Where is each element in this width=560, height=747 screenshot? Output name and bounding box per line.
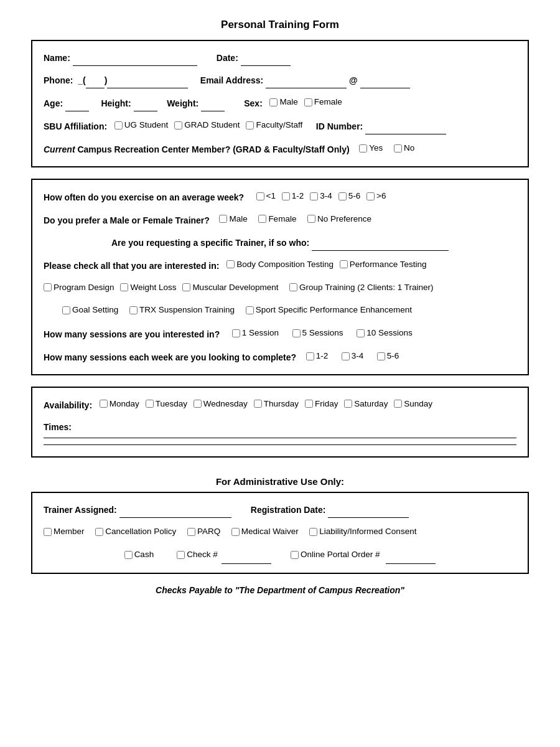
availability-label: Availability: xyxy=(44,400,92,410)
trainer-male-item[interactable]: Male xyxy=(219,212,247,227)
ex-34-item[interactable]: 3-4 xyxy=(310,189,332,204)
male-checkbox-item[interactable]: Male xyxy=(269,95,297,110)
name-label: Name: xyxy=(44,53,70,63)
muscular-dev[interactable] xyxy=(182,283,190,291)
perf-testing-item[interactable]: Performance Testing xyxy=(340,257,427,272)
trx[interactable] xyxy=(129,306,138,314)
yes-checkbox-item[interactable]: Yes xyxy=(359,141,383,156)
w34-item[interactable]: 3-4 xyxy=(342,349,364,364)
ex-56[interactable] xyxy=(338,192,347,200)
monday[interactable] xyxy=(100,400,108,408)
admin-checklist-row: Member Cancellation Policy PARQ Medical … xyxy=(44,524,516,541)
thursday-item[interactable]: Thursday xyxy=(254,397,299,411)
w56-item[interactable]: 5-6 xyxy=(377,349,399,364)
weight-loss-item[interactable]: Weight Loss xyxy=(120,280,176,295)
medical-waiver-item[interactable]: Medical Waiver xyxy=(231,524,299,539)
parq-item[interactable]: PARQ xyxy=(187,524,220,539)
ex-12-item[interactable]: 1-2 xyxy=(282,189,304,204)
prog-design-item[interactable]: Program Design xyxy=(44,280,114,295)
sunday-item[interactable]: Sunday xyxy=(394,397,432,411)
no-checkbox-item[interactable]: No xyxy=(394,141,414,156)
cash[interactable] xyxy=(124,551,133,559)
friday-item[interactable]: Friday xyxy=(305,397,338,411)
prog-design[interactable] xyxy=(44,283,52,291)
online-portal[interactable] xyxy=(291,551,299,559)
10sessions[interactable] xyxy=(357,329,365,337)
wednesday[interactable] xyxy=(194,400,202,408)
w12-item[interactable]: 1-2 xyxy=(306,349,329,364)
no-checkbox[interactable] xyxy=(394,144,402,153)
group-training[interactable] xyxy=(289,283,297,291)
no-label: No xyxy=(404,141,414,156)
monday-item[interactable]: Monday xyxy=(100,397,139,411)
faculty-label: Faculty/Staff xyxy=(256,118,302,133)
ex-lt1[interactable] xyxy=(256,192,264,200)
sessions-q: How many sessions are you interested in? xyxy=(44,329,220,339)
medical-waiver[interactable] xyxy=(231,528,240,536)
weight-loss[interactable] xyxy=(120,283,128,291)
at-symbol: @ xyxy=(349,75,358,85)
parq[interactable] xyxy=(187,528,195,536)
trainer-female[interactable] xyxy=(258,215,266,223)
exercise-q: How often do you exercise on an average … xyxy=(44,192,244,202)
check-item[interactable]: Check # xyxy=(177,547,218,562)
group-training-item[interactable]: Group Training (2 Clients: 1 Trainer) xyxy=(289,280,433,295)
liability-item[interactable]: Liability/Informed Consent xyxy=(309,524,416,539)
ex-56-item[interactable]: 5-6 xyxy=(338,189,361,204)
female-checkbox[interactable] xyxy=(304,98,312,106)
saturday[interactable] xyxy=(344,400,352,408)
friday[interactable] xyxy=(305,400,313,408)
ex-lt1-item[interactable]: <1 xyxy=(256,189,276,204)
w34[interactable] xyxy=(342,352,350,360)
sport-specific[interactable] xyxy=(246,306,254,314)
ug-checkbox-item[interactable]: UG Student xyxy=(114,118,169,133)
tuesday-item[interactable]: Tuesday xyxy=(146,397,187,411)
body-comp[interactable] xyxy=(226,260,235,268)
phone-label: Phone: xyxy=(44,75,73,85)
sunday[interactable] xyxy=(394,400,402,408)
online-portal-item[interactable]: Online Portal Order # xyxy=(291,547,380,562)
1session[interactable] xyxy=(232,329,240,337)
w12[interactable] xyxy=(306,352,314,360)
cash-item[interactable]: Cash xyxy=(124,547,154,562)
preferences-section: How often do you exercise on an average … xyxy=(31,179,529,375)
thursday[interactable] xyxy=(254,400,262,408)
yes-checkbox[interactable] xyxy=(359,144,367,153)
w56[interactable] xyxy=(377,352,385,360)
goal-setting[interactable] xyxy=(62,306,70,314)
wednesday-item[interactable]: Wednesday xyxy=(194,397,248,411)
ex-12[interactable] xyxy=(282,192,290,200)
1session-item[interactable]: 1 Session xyxy=(232,326,279,341)
ug-checkbox[interactable] xyxy=(114,121,123,129)
trainer-female-item[interactable]: Female xyxy=(258,212,296,227)
trainer-male[interactable] xyxy=(219,215,227,223)
ex-gt6-item[interactable]: >6 xyxy=(366,189,386,204)
ex-34[interactable] xyxy=(310,192,318,200)
female-checkbox-item[interactable]: Female xyxy=(304,95,342,110)
saturday-item[interactable]: Saturday xyxy=(344,397,388,411)
sport-specific-item[interactable]: Sport Specific Performance Enhancement xyxy=(246,303,412,317)
liability[interactable] xyxy=(309,528,317,536)
male-checkbox[interactable] xyxy=(269,98,278,106)
cancel-policy-item[interactable]: Cancellation Policy xyxy=(95,524,176,539)
grad-checkbox-item[interactable]: GRAD Student xyxy=(174,118,240,133)
faculty-checkbox-item[interactable]: Faculty/Staff xyxy=(246,118,302,133)
member[interactable] xyxy=(44,528,52,536)
body-comp-item[interactable]: Body Composition Testing xyxy=(226,257,334,272)
ex-gt6[interactable] xyxy=(366,192,375,200)
perf-testing[interactable] xyxy=(340,260,348,268)
cancel-policy[interactable] xyxy=(95,528,103,536)
goal-setting-item[interactable]: Goal Setting xyxy=(62,303,118,317)
muscular-dev-item[interactable]: Muscular Development xyxy=(182,280,278,295)
member-item[interactable]: Member xyxy=(44,524,85,539)
tuesday[interactable] xyxy=(146,400,154,408)
trainer-nopref[interactable] xyxy=(307,215,315,223)
5sessions-item[interactable]: 5 Sessions xyxy=(292,326,343,341)
check[interactable] xyxy=(177,551,185,559)
grad-checkbox[interactable] xyxy=(174,121,182,129)
10sessions-item[interactable]: 10 Sessions xyxy=(357,326,413,341)
trainer-nopref-item[interactable]: No Preference xyxy=(307,212,371,227)
faculty-checkbox[interactable] xyxy=(246,121,254,129)
5sessions[interactable] xyxy=(292,329,301,337)
trx-item[interactable]: TRX Suspension Training xyxy=(129,303,235,317)
